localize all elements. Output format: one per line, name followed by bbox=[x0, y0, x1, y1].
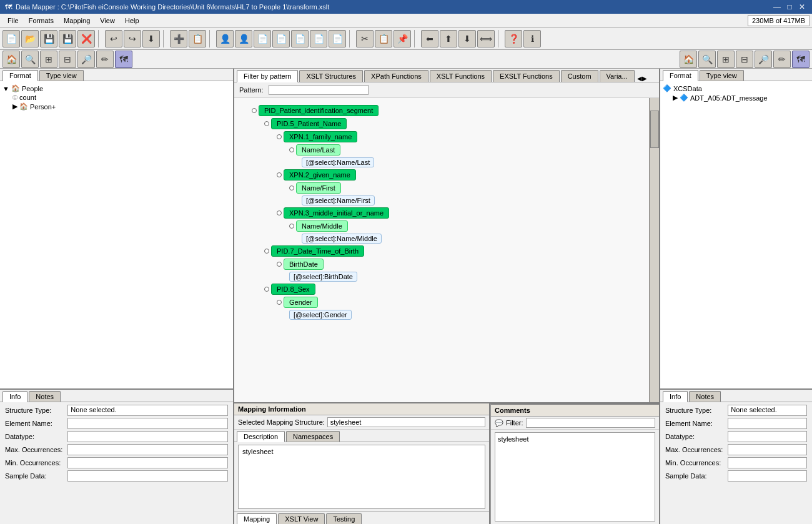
node-namefirst[interactable]: Name/First bbox=[296, 182, 341, 194]
node-pid8[interactable]: PID.8_Sex bbox=[271, 284, 315, 295]
doc5-button[interactable]: 📄 bbox=[329, 30, 346, 47]
r-home-btn[interactable]: 🏠 bbox=[680, 51, 697, 68]
r-map-btn[interactable]: 🗺 bbox=[792, 51, 810, 68]
import-button[interactable]: ⬇ bbox=[142, 30, 160, 47]
info-button[interactable]: ℹ bbox=[523, 30, 541, 47]
add-format-button[interactable]: ➕ bbox=[170, 30, 187, 47]
right-format-tab[interactable]: Format bbox=[663, 70, 698, 81]
map-btn[interactable]: 🗺 bbox=[115, 51, 132, 68]
node-dot-pid[interactable] bbox=[252, 108, 257, 113]
minimize-button[interactable]: — bbox=[772, 2, 782, 12]
arrow2-button[interactable]: ⬆ bbox=[440, 30, 457, 47]
node-dot-namemid[interactable] bbox=[289, 224, 294, 229]
new-button[interactable]: 📄 bbox=[2, 30, 20, 47]
menu-help[interactable]: Help bbox=[120, 16, 144, 26]
node-select-birth[interactable]: [@select]:BirthDate bbox=[289, 272, 357, 282]
node-select-mid[interactable]: [@select]:Name/Middle bbox=[302, 234, 382, 244]
node-dot-pid7[interactable] bbox=[264, 249, 269, 254]
node-select-gender[interactable]: [@select]:Gender bbox=[289, 310, 352, 320]
search-btn[interactable]: 🔍 bbox=[21, 51, 39, 68]
left-typeview-tab[interactable]: Type view bbox=[39, 70, 84, 81]
node-dot-xpn1[interactable] bbox=[277, 134, 282, 139]
tab-xslt-structures[interactable]: XSLT Structures bbox=[299, 70, 363, 82]
node-dot-pid5[interactable] bbox=[264, 121, 269, 126]
node-pid-patient[interactable]: PID_Patient_identification_segment bbox=[259, 105, 379, 116]
tree-item-adt[interactable]: ▶ 🔷 ADT_A05:ADT_message bbox=[673, 93, 810, 102]
redo-button[interactable]: ↪ bbox=[124, 30, 141, 47]
paste-button[interactable]: 📌 bbox=[394, 30, 411, 47]
r-edit-btn[interactable]: ✏ bbox=[773, 51, 791, 68]
maximize-button[interactable]: □ bbox=[785, 2, 795, 12]
person-add-button[interactable]: 👤 bbox=[235, 30, 252, 47]
r-collapse-btn[interactable]: ⊟ bbox=[736, 51, 753, 68]
filter2-btn[interactable]: 🔎 bbox=[77, 51, 95, 68]
doc4-button[interactable]: 📄 bbox=[310, 30, 327, 47]
help-button[interactable]: ❓ bbox=[505, 30, 522, 47]
left-notes-tab[interactable]: Notes bbox=[29, 391, 61, 402]
mapping-ns-tab[interactable]: Namespaces bbox=[286, 431, 340, 442]
r-expand-btn[interactable]: ⊞ bbox=[717, 51, 735, 68]
arrow3-button[interactable]: ⬇ bbox=[458, 30, 476, 47]
doc2-button[interactable]: 📄 bbox=[272, 30, 290, 47]
open-button[interactable]: 📂 bbox=[21, 30, 39, 47]
r-filter-btn[interactable]: 🔎 bbox=[755, 51, 772, 68]
menu-mapping[interactable]: Mapping bbox=[59, 16, 95, 26]
copy-button[interactable]: 📋 bbox=[375, 30, 392, 47]
right-info-tab[interactable]: Info bbox=[663, 391, 688, 402]
collapse-btn[interactable]: ⊟ bbox=[59, 51, 76, 68]
arrow1-button[interactable]: ⬅ bbox=[421, 30, 438, 47]
save-as-button[interactable]: 💾 bbox=[59, 30, 76, 47]
node-dot-gender[interactable] bbox=[277, 300, 282, 305]
tree-item-people[interactable]: ▼ 🏠 People bbox=[2, 84, 230, 93]
node-pid5[interactable]: PID.5_Patient_Name bbox=[271, 118, 347, 129]
format-button[interactable]: 📋 bbox=[189, 30, 206, 47]
home-btn[interactable]: 🏠 bbox=[2, 51, 20, 68]
edit-btn[interactable]: ✏ bbox=[96, 51, 114, 68]
node-xpn1[interactable]: XPN.1_family_name bbox=[284, 131, 357, 142]
cut-button[interactable]: ✂ bbox=[356, 30, 374, 47]
save-button[interactable]: 💾 bbox=[40, 30, 57, 47]
close-button[interactable]: ❌ bbox=[77, 30, 95, 47]
tab-xslt-functions[interactable]: XSLT Functions bbox=[430, 70, 492, 82]
tree-item-count[interactable]: © count bbox=[12, 93, 230, 102]
center-tree-scrollbar[interactable] bbox=[649, 98, 659, 402]
node-dot-namefirst[interactable] bbox=[289, 185, 294, 190]
menu-view[interactable]: View bbox=[95, 16, 120, 26]
node-select-last[interactable]: [@select]:Name/Last bbox=[302, 157, 374, 167]
node-dot-pid8[interactable] bbox=[264, 287, 269, 292]
node-dot-namelast[interactable] bbox=[289, 147, 294, 152]
node-xpn3[interactable]: XPN.3_middle_initial_or_name bbox=[284, 207, 389, 219]
tab-custom[interactable]: Custom bbox=[561, 70, 598, 82]
tab-varia[interactable]: Varia... bbox=[600, 70, 635, 82]
menu-file[interactable]: File bbox=[2, 16, 24, 26]
mapping-tab[interactable]: Mapping bbox=[237, 513, 277, 524]
right-typeview-tab[interactable]: Type view bbox=[700, 70, 744, 81]
tab-exslt-functions[interactable]: EXSLT Functions bbox=[493, 70, 560, 82]
person-button[interactable]: 👤 bbox=[216, 30, 234, 47]
menu-formats[interactable]: Formats bbox=[24, 16, 59, 26]
testing-tab[interactable]: Testing bbox=[326, 513, 362, 524]
doc-button[interactable]: 📄 bbox=[254, 30, 271, 47]
node-namemid[interactable]: Name/Middle bbox=[296, 220, 348, 232]
pattern-input[interactable] bbox=[269, 85, 369, 95]
expand2-btn[interactable]: ⊞ bbox=[40, 51, 57, 68]
tree-item-person[interactable]: ▶ 🏠 Person+ bbox=[12, 102, 230, 111]
doc3-button[interactable]: 📄 bbox=[291, 30, 309, 47]
scroll-thumb[interactable] bbox=[650, 111, 659, 148]
undo-button[interactable]: ↩ bbox=[105, 30, 122, 47]
left-info-tab[interactable]: Info bbox=[2, 391, 27, 402]
node-gender[interactable]: Gender bbox=[284, 297, 318, 308]
node-select-first[interactable]: [@select]:Name/First bbox=[302, 195, 375, 205]
tab-xpath-functions[interactable]: XPath Functions bbox=[364, 70, 428, 82]
expand-button[interactable]: ⟺ bbox=[477, 30, 495, 47]
left-format-tab[interactable]: Format bbox=[2, 70, 38, 81]
tab-scroll-left[interactable]: ◀ bbox=[637, 75, 642, 82]
node-dot-xpn3[interactable] bbox=[277, 210, 282, 215]
tree-item-xcsdata[interactable]: 🔷 XCSData bbox=[663, 84, 810, 93]
r-search-btn[interactable]: 🔍 bbox=[698, 51, 716, 68]
node-dot-birthdate[interactable] bbox=[277, 262, 282, 267]
node-namelast[interactable]: Name/Last bbox=[296, 144, 340, 156]
comment-filter-input[interactable] bbox=[526, 418, 656, 428]
close-button[interactable]: ✕ bbox=[797, 2, 807, 12]
node-dot-xpn2[interactable] bbox=[277, 172, 282, 177]
